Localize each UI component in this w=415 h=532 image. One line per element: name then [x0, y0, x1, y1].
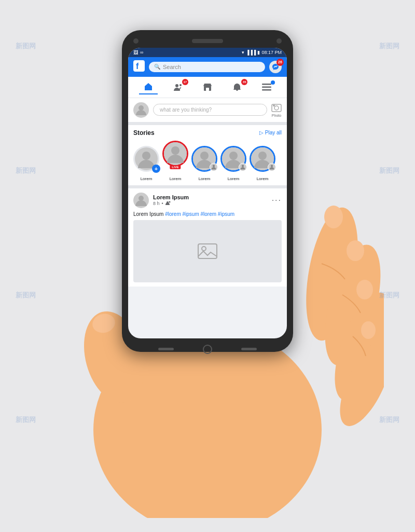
svg-point-32: [271, 165, 273, 167]
svg-rect-24: [273, 105, 275, 106]
status-left-icons: 🖼 ∞: [133, 50, 143, 55]
photo-button[interactable]: Photo: [271, 103, 282, 117]
svg-point-6: [324, 206, 343, 228]
post-time: 8 h: [153, 201, 160, 206]
front-camera: [133, 38, 139, 44]
story-small-badge-3: [239, 163, 247, 171]
post-dot: •: [162, 201, 163, 206]
stories-section: Stories ▷ Play all: [128, 125, 287, 188]
post-header: Lorem Ipsum 8 h •: [133, 193, 282, 208]
story-avatar-inner-live: [164, 142, 187, 165]
svg-rect-17: [206, 88, 209, 91]
stories-title: Stories: [133, 129, 155, 137]
voicemail-icon: ∞: [140, 50, 143, 55]
live-badge: LIVE: [170, 165, 181, 169]
stories-row: + Lorem LIVE: [133, 141, 282, 181]
story-label-3: Lorem: [228, 176, 240, 181]
svg-rect-20: [262, 89, 271, 91]
svg-point-27: [200, 152, 209, 160]
svg-point-25: [142, 152, 150, 160]
post-more-button[interactable]: ···: [272, 196, 282, 205]
notifications-badge: 35: [241, 79, 247, 85]
svg-point-7: [347, 240, 364, 261]
signal-icon: ▐▐▐: [246, 50, 256, 55]
photo-label: Photo: [272, 114, 281, 117]
svg-point-29: [229, 152, 238, 160]
post-input[interactable]: what are you thinking?: [153, 104, 267, 116]
story-small-badge-4: [268, 163, 276, 171]
svg-rect-18: [262, 84, 271, 85]
story-avatar-3: [220, 146, 246, 172]
story-item-2[interactable]: Lorem: [191, 146, 217, 181]
notification-icon: 🖼: [133, 50, 138, 55]
post-image: [133, 220, 282, 282]
post-box: what are you thinking? Photo: [128, 98, 287, 125]
story-label-4: Lorem: [257, 176, 269, 181]
home-button[interactable]: [203, 345, 212, 354]
story-avatar-4: [250, 146, 275, 172]
play-all-label: Play all: [265, 130, 282, 135]
bottom-bar-left: [158, 348, 174, 350]
marketplace-nav-icon[interactable]: [198, 80, 217, 94]
svg-point-35: [169, 201, 170, 202]
story-item-3[interactable]: Lorem: [220, 146, 246, 181]
notifications-nav-icon[interactable]: 35: [228, 80, 246, 94]
story-avatar-2: [191, 146, 217, 172]
story-item-4[interactable]: Lorem: [250, 146, 275, 181]
svg-point-33: [139, 196, 144, 201]
play-icon: ▷: [259, 130, 264, 135]
post-meta: 8 h •: [153, 200, 268, 207]
svg-point-9: [361, 321, 376, 339]
wifi-icon: ▾: [242, 50, 244, 55]
search-bar[interactable]: 🔍 Search: [149, 62, 265, 72]
phone-screen: 🖼 ∞ ▾ ▐▐▐ ▮ 08:17 PM f: [128, 48, 287, 338]
live-story-avatar: LIVE: [162, 141, 188, 167]
search-icon: 🔍: [154, 64, 160, 70]
battery-icon: ▮: [257, 50, 260, 55]
messenger-button[interactable]: 26: [269, 61, 282, 73]
menu-nav-icon[interactable]: [257, 80, 276, 94]
messenger-badge: 26: [276, 59, 284, 66]
svg-rect-19: [262, 86, 271, 88]
search-placeholder: Search: [163, 64, 181, 70]
status-right-info: ▾ ▐▐▐ ▮ 08:17 PM: [242, 50, 282, 55]
story-label-0: Lorem: [141, 176, 153, 181]
story-label-1: Lorem: [170, 176, 182, 181]
post-info: Lorem Ipsum 8 h •: [153, 194, 268, 207]
svg-point-15: [179, 84, 182, 86]
user-avatar: [133, 102, 149, 118]
svg-point-14: [175, 84, 178, 87]
speaker: [192, 39, 223, 43]
post-hashtags: #lorem #ipsum #lorem #ipsum: [165, 211, 234, 217]
friends-nav-icon[interactable]: 17: [169, 80, 187, 94]
story-item-add[interactable]: + Lorem: [133, 146, 159, 181]
status-bar: 🖼 ∞ ▾ ▐▐▐ ▮ 08:17 PM: [128, 48, 287, 57]
svg-point-37: [202, 247, 206, 251]
story-small-badge-2: [210, 163, 218, 171]
friends-badge: 17: [182, 79, 188, 85]
add-story-avatar: +: [133, 146, 159, 172]
svg-point-28: [213, 165, 215, 167]
svg-point-23: [274, 106, 279, 110]
phone-frame: 🖼 ∞ ▾ ▐▐▐ ▮ 08:17 PM f: [122, 30, 293, 352]
svg-point-26: [171, 146, 179, 155]
scene: 🖼 ∞ ▾ ▐▐▐ ▮ 08:17 PM f: [31, 15, 384, 518]
post-author-name: Lorem Ipsum: [153, 194, 268, 200]
svg-text:f: f: [136, 62, 139, 71]
phone-bottom: [128, 340, 287, 358]
stories-header: Stories ▷ Play all: [133, 129, 282, 137]
home-nav-icon[interactable]: [139, 80, 158, 94]
svg-point-21: [139, 105, 144, 111]
story-item-live[interactable]: LIVE Lorem: [162, 141, 188, 181]
play-all-button[interactable]: ▷ Play all: [259, 130, 282, 135]
time-display: 08:17 PM: [261, 50, 282, 55]
svg-point-31: [258, 152, 267, 160]
svg-point-8: [356, 280, 373, 299]
sensor: [276, 38, 282, 44]
fb-logo: f: [133, 60, 145, 74]
svg-point-30: [242, 165, 244, 167]
phone-top: [128, 36, 287, 44]
svg-rect-36: [198, 244, 217, 258]
nav-icons-bar: 17 35: [128, 77, 287, 98]
story-label-2: Lorem: [199, 176, 211, 181]
